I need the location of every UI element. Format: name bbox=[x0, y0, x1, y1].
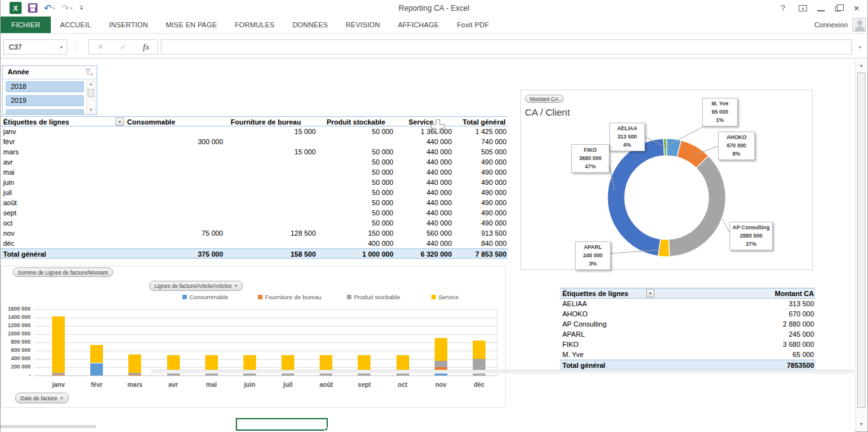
pivot-header[interactable]: Service bbox=[395, 117, 453, 126]
insert-function-icon[interactable]: fx bbox=[143, 43, 149, 52]
pivot-cell[interactable] bbox=[224, 198, 317, 208]
pivot-cell[interactable]: 440 000 bbox=[395, 167, 453, 177]
pivot-cell[interactable]: 490 000 bbox=[453, 157, 508, 167]
bar-segment-produit-stockable[interactable] bbox=[243, 374, 256, 375]
pivot-cell[interactable]: 490 000 bbox=[453, 218, 508, 228]
cancel-icon[interactable]: ✕ bbox=[97, 43, 104, 51]
bar-segment-service[interactable] bbox=[90, 345, 103, 363]
pivot-cell[interactable]: 440 000 bbox=[395, 198, 453, 208]
pivot-cell[interactable] bbox=[224, 238, 317, 248]
pivot-cell[interactable]: 50 000 bbox=[317, 218, 395, 228]
pivot-cell[interactable] bbox=[126, 218, 224, 228]
scroll-thumb[interactable] bbox=[857, 72, 865, 408]
tab-affichage[interactable]: AFFICHAGE bbox=[389, 17, 448, 33]
pivot-row-label[interactable]: APARL bbox=[560, 329, 656, 339]
tab-foxit-pdf[interactable]: Foxit PDF bbox=[448, 17, 498, 33]
bar-segment-produit-stockable[interactable] bbox=[281, 374, 294, 375]
pivot-cell[interactable]: 50 000 bbox=[317, 157, 395, 167]
pivot-cell[interactable]: 50 000 bbox=[317, 198, 395, 208]
pivot-cell[interactable]: 50 000 bbox=[317, 208, 395, 218]
pivot-cell[interactable]: 1 360 000 bbox=[395, 126, 453, 137]
pivot-header[interactable]: Produit stockable bbox=[317, 117, 395, 126]
pivot-total-cell[interactable]: 7853500 bbox=[656, 360, 815, 370]
pivot-row-label[interactable]: M. Yve bbox=[560, 349, 656, 360]
slicer-item-2018[interactable]: 2018 bbox=[6, 81, 84, 92]
pivot-cell[interactable]: 65 000 bbox=[656, 349, 815, 360]
pivot-cell[interactable]: 1 425 000 bbox=[453, 126, 508, 137]
pivot-cell[interactable]: 50 000 bbox=[317, 177, 395, 187]
pivot-cell[interactable] bbox=[126, 147, 224, 157]
pivot-cell[interactable]: 440 000 bbox=[395, 187, 453, 198]
pivot-total-cell[interactable]: 375 000 bbox=[126, 249, 224, 258]
donut-slice-fiko[interactable] bbox=[607, 138, 665, 256]
bar-segment-consommable[interactable] bbox=[90, 363, 103, 376]
help-button[interactable]: ? bbox=[777, 3, 789, 13]
pivot-cell[interactable]: 840 000 bbox=[453, 238, 508, 248]
scroll-thumb[interactable] bbox=[88, 89, 94, 97]
pivot-cell[interactable]: 75 000 bbox=[126, 228, 224, 238]
restore-button[interactable] bbox=[835, 6, 841, 11]
formula-input[interactable] bbox=[161, 39, 852, 55]
pivot-total-cell[interactable]: 6 320 000 bbox=[395, 249, 453, 258]
horizontal-scrollbar[interactable] bbox=[151, 370, 854, 374]
pivot-cell[interactable] bbox=[126, 167, 224, 177]
pivot-cell[interactable]: 150 000 bbox=[317, 228, 395, 238]
expand-formula-bar-icon[interactable]: ▾ bbox=[855, 41, 865, 55]
pivot-cell[interactable]: 505 000 bbox=[453, 147, 508, 157]
pivot-cell[interactable] bbox=[126, 157, 224, 167]
slicer-annee[interactable]: Année 20182019 ▲ ▼ bbox=[2, 65, 97, 115]
pivot-cell[interactable] bbox=[126, 187, 224, 198]
scroll-up-icon[interactable]: ▲ bbox=[856, 60, 867, 71]
pivot-cell[interactable]: 440 000 bbox=[395, 157, 453, 167]
scroll-down-icon[interactable]: ▼ bbox=[87, 107, 95, 113]
pivot-cell[interactable] bbox=[126, 126, 224, 137]
tab-insertion[interactable]: INSERTION bbox=[100, 17, 158, 33]
pivot-header[interactable]: Consommable bbox=[126, 117, 224, 126]
pivot-row-label[interactable]: janv bbox=[1, 126, 126, 137]
bar-segment-service[interactable] bbox=[128, 354, 141, 373]
bar-segment-service[interactable] bbox=[473, 341, 485, 359]
pivot-cell[interactable]: 50 000 bbox=[317, 167, 395, 177]
tab-accueil[interactable]: ACCUEIL bbox=[51, 17, 100, 33]
pivot-cell[interactable]: 740 000 bbox=[453, 137, 508, 147]
pivot-header[interactable]: Total général bbox=[453, 117, 508, 126]
pivot-row-label[interactable]: août bbox=[1, 198, 126, 208]
pivot-header[interactable]: Étiquettes de lignes bbox=[560, 288, 656, 298]
slicer-scrollbar[interactable]: ▲ ▼ bbox=[86, 81, 95, 114]
pivot-cell[interactable] bbox=[224, 187, 317, 198]
selection-fill-handle[interactable] bbox=[325, 428, 328, 431]
tab-révision[interactable]: RÉVISION bbox=[337, 17, 389, 33]
bar-segment-produit-stockable[interactable] bbox=[167, 374, 180, 375]
pivot-row-label[interactable]: févr bbox=[1, 137, 126, 147]
tab-données[interactable]: DONNÉES bbox=[283, 17, 337, 33]
pivot-cell[interactable]: 313 500 bbox=[656, 299, 815, 309]
pivot-cell[interactable]: 440 000 bbox=[395, 218, 453, 228]
pivot-row-label[interactable]: déc bbox=[1, 238, 126, 248]
user-avatar[interactable] bbox=[852, 18, 866, 32]
pivot-cell[interactable] bbox=[126, 177, 224, 187]
pivot-cell[interactable]: 440 000 bbox=[395, 177, 453, 187]
pivot-cell[interactable]: 670 000 bbox=[656, 309, 815, 319]
scroll-up-icon[interactable]: ▲ bbox=[87, 81, 95, 87]
clear-filter-icon[interactable] bbox=[85, 68, 94, 77]
pivot-cell[interactable] bbox=[126, 208, 224, 218]
pivot-cell[interactable]: 2 880 000 bbox=[656, 319, 815, 329]
pivot-cell[interactable] bbox=[317, 137, 395, 147]
pivot-cell[interactable] bbox=[224, 137, 317, 147]
name-box[interactable]: C37 ▼ bbox=[3, 39, 67, 55]
pivot-cell[interactable]: 440 000 bbox=[395, 137, 453, 147]
pivot-cell[interactable]: 560 000 bbox=[395, 228, 453, 238]
enter-icon[interactable]: ✓ bbox=[120, 43, 126, 51]
pivot-cell[interactable] bbox=[224, 208, 317, 218]
pivot-total-cell[interactable]: 158 500 bbox=[224, 249, 317, 258]
pivot-total-cell[interactable]: 7 853 500 bbox=[453, 249, 508, 258]
pivot-cell[interactable]: 50 000 bbox=[317, 126, 395, 137]
tab-mise-en-page[interactable]: MISE EN PAGE bbox=[157, 17, 226, 33]
pivot-cell[interactable]: 490 000 bbox=[453, 198, 508, 208]
pivot-total-label[interactable]: Total général bbox=[560, 360, 656, 370]
pivot-cell[interactable]: 490 000 bbox=[453, 187, 508, 198]
bar-segment-produit-stockable[interactable] bbox=[397, 374, 409, 375]
pivot-header[interactable]: Fourniture de bureau bbox=[224, 117, 317, 126]
pivot-cell[interactable]: 3 680 000 bbox=[656, 339, 815, 349]
pivot-cell[interactable] bbox=[126, 198, 224, 208]
